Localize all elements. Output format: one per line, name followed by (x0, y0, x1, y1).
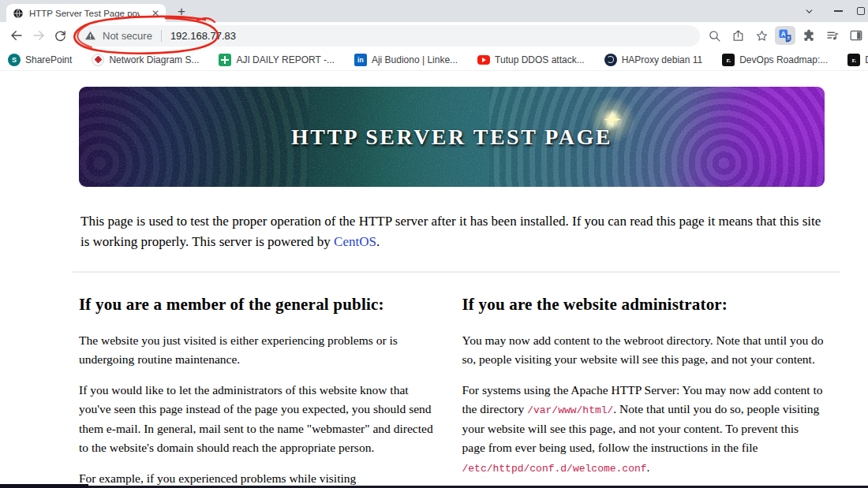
url-text[interactable]: 192.168.77.83 (170, 30, 236, 42)
admin-paragraph-2: For systems using the Apache HTTP Server… (462, 381, 825, 478)
apache-path-code: /var/www/html/ (527, 404, 613, 416)
horizontal-divider (73, 271, 840, 273)
bookmark-devops-roadmap[interactable]: r. DevOps Roadmap:... (722, 54, 828, 66)
linkedin-icon: in (354, 54, 367, 66)
administrator-column: If you are the website administrator: Yo… (462, 295, 825, 488)
centos-link[interactable]: CentOS (334, 234, 376, 249)
screenshot-bottom-edge-left (0, 484, 88, 488)
youtube-icon (477, 55, 490, 65)
tab-strip: HTTP Server Test Page powered ✕ + (0, 0, 868, 22)
general-public-column: If you are a member of the general publi… (79, 295, 442, 488)
tab-search-chevron-icon[interactable] (799, 0, 819, 22)
bookmark-star-icon[interactable] (750, 25, 773, 46)
back-icon[interactable] (6, 25, 27, 46)
toolbar-icons: A (702, 25, 868, 46)
reload-icon[interactable] (50, 25, 70, 46)
bookmark-docker-roadmap[interactable]: r. Docker Roadmap -... (847, 54, 868, 66)
security-label[interactable]: Not secure (103, 30, 152, 42)
admin-column-heading: If you are the website administrator: (462, 295, 825, 315)
welcome-conf-code: /etc/httpd/conf.d/welcome.conf (462, 463, 647, 475)
not-secure-warning-icon[interactable] (84, 30, 96, 41)
spreadsheet-icon (219, 54, 231, 66)
extensions-puzzle-icon[interactable] (797, 25, 821, 46)
bookmark-sharepoint[interactable]: S SharePoint (8, 54, 72, 66)
two-column-info: If you are a member of the general publi… (79, 295, 825, 488)
public-paragraph-2: If you would like to let the administrat… (79, 381, 442, 458)
bookmarks-bar: S SharePoint Network Diagram S... AJI DA… (0, 49, 868, 71)
bookmark-haproxy[interactable]: HAProxy debian 11 (604, 54, 703, 66)
share-icon[interactable] (726, 25, 750, 46)
roadmap-icon: r. (847, 54, 860, 66)
intro-paragraph: This page is used to test the proper ope… (80, 211, 824, 252)
page-content: HTTP SERVER TEST PAGE This page is used … (0, 72, 868, 488)
test-page-banner-image: HTTP SERVER TEST PAGE (79, 87, 825, 187)
bookmark-network-diagram[interactable]: Network Diagram S... (92, 54, 199, 66)
reading-list-queue-icon[interactable] (821, 25, 844, 46)
translate-icon[interactable]: A (775, 26, 795, 45)
new-tab-button[interactable]: + (172, 2, 191, 21)
address-bar[interactable]: Not secure 192.168.77.83 (75, 25, 700, 47)
browser-toolbar: Not secure 192.168.77.83 A (0, 22, 868, 49)
banner-title: HTTP SERVER TEST PAGE (79, 87, 825, 187)
omnibox-divider (161, 30, 162, 42)
bookmark-aji-daily-report[interactable]: AJI DAILY REPORT -... (219, 54, 334, 66)
browser-window: HTTP Server Test Page powered ✕ + Not se… (0, 0, 868, 488)
bookmark-youtube[interactable]: Tutup DDOS attack... (477, 54, 585, 65)
haproxy-icon (604, 54, 617, 66)
public-column-heading: If you are a member of the general publi… (79, 295, 442, 315)
forward-icon[interactable] (28, 25, 49, 46)
sharepoint-icon: S (8, 54, 21, 66)
admin-paragraph-1: You may now add content to the webroot d… (462, 331, 825, 370)
globe-favicon-icon (13, 8, 24, 19)
public-paragraph-1: The website you just visited is either e… (79, 331, 442, 370)
tab-close-icon[interactable]: ✕ (152, 9, 159, 18)
network-diagram-icon (92, 54, 104, 66)
svg-text:A: A (781, 31, 786, 38)
side-panel-icon[interactable] (844, 25, 868, 46)
minimize-button[interactable] (827, 0, 849, 22)
tab-title: HTTP Server Test Page powered (29, 9, 140, 18)
bookmark-linkedin[interactable]: in Aji Budiono | Linke... (354, 54, 458, 66)
roadmap-icon: r. (722, 54, 735, 66)
maximize-button[interactable] (857, 0, 868, 22)
browser-tab[interactable]: HTTP Server Test Page powered ✕ (6, 4, 166, 22)
search-icon[interactable] (702, 25, 726, 46)
